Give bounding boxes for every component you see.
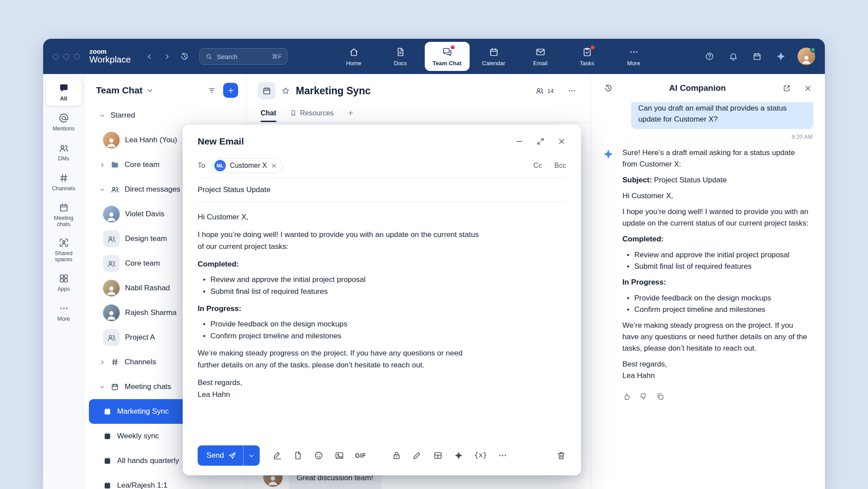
- email-closing: We’re making steady progress on the proj…: [198, 347, 479, 371]
- rail-item-channels[interactable]: Channels: [46, 169, 81, 196]
- nav-team-chat[interactable]: Team Chat: [425, 42, 470, 71]
- close-ai-panel-button[interactable]: [800, 81, 815, 96]
- ai-panel-header: AI Companion: [591, 74, 825, 102]
- insert-image-button[interactable]: [335, 451, 344, 460]
- favorite-button[interactable]: [281, 86, 290, 95]
- bcc-button[interactable]: Bcc: [554, 162, 566, 170]
- forward-button[interactable]: [160, 49, 174, 64]
- close-icon: [804, 84, 812, 93]
- search-placeholder: Search: [217, 53, 238, 60]
- sidebar-section-starred[interactable]: Starred: [89, 103, 242, 128]
- nav-home[interactable]: Home: [331, 42, 376, 71]
- emoji-button[interactable]: [314, 451, 324, 460]
- group-avatar: [103, 255, 120, 272]
- list-item: Confirm project timeline and milestones: [203, 330, 566, 342]
- remove-recipient-icon[interactable]: [271, 163, 277, 169]
- chevron-down-icon[interactable]: [147, 87, 153, 94]
- help-button[interactable]: [702, 49, 717, 64]
- rail-item-all[interactable]: All: [46, 79, 81, 106]
- chat-tabs: Chat Resources: [246, 104, 591, 122]
- copy-button[interactable]: [656, 392, 665, 401]
- template-button[interactable]: [293, 451, 303, 460]
- back-button[interactable]: [142, 49, 156, 64]
- person-icon: [801, 54, 812, 65]
- encrypt-button[interactable]: [392, 451, 401, 460]
- expand-button[interactable]: [536, 137, 545, 146]
- list-item: Review and approve the initial project p…: [203, 274, 566, 285]
- window-close-button[interactable]: [53, 54, 59, 59]
- rail-item-meeting-chats[interactable]: Meeting chats: [46, 199, 81, 231]
- more-icon: [498, 451, 508, 460]
- variables-button[interactable]: {x}: [474, 452, 487, 459]
- person-icon: [105, 136, 118, 148]
- copy-icon: [656, 392, 665, 401]
- people-icon: [107, 234, 116, 244]
- at-icon: [59, 113, 69, 123]
- rail-item-apps[interactable]: Apps: [46, 270, 81, 296]
- rail-item-more[interactable]: More: [46, 300, 81, 326]
- top-navigation-bar: zoom Workplace Search ⌘F Home Docs Team …: [43, 39, 825, 74]
- tim estamp: 9:20 AM: [603, 133, 813, 140]
- nav-tasks[interactable]: Tasks: [565, 42, 610, 71]
- search-shortcut: ⌘F: [272, 53, 282, 60]
- send-button[interactable]: Send: [198, 445, 243, 466]
- ai-history-button[interactable]: [601, 81, 616, 96]
- to-field[interactable]: To ML Customer X Cc Bcc: [198, 154, 566, 178]
- rail-item-shared-spaces[interactable]: Shared spaces: [46, 234, 81, 266]
- nav-email[interactable]: Email: [518, 42, 563, 71]
- notifications-button[interactable]: [726, 49, 740, 64]
- recipient-avatar: ML: [214, 160, 226, 171]
- history-button[interactable]: [177, 49, 191, 64]
- page-title: Marketing Sync: [296, 85, 371, 97]
- rail-item-mentions[interactable]: Mentions: [46, 109, 81, 136]
- minimize-button[interactable]: [515, 137, 524, 146]
- ai-compose-button[interactable]: [454, 451, 463, 460]
- sparkle-icon: [776, 51, 786, 62]
- discard-draft-button[interactable]: [556, 451, 566, 460]
- user-message-bubble: Can you draft an email that provides a s…: [631, 102, 813, 129]
- recipient-name: Customer X: [230, 162, 267, 170]
- people-icon: [59, 143, 69, 153]
- ai-completed-heading: Completed:: [622, 233, 811, 245]
- sidebar-item-lea-rajesh-1-1[interactable]: Lea/Rajesh 1:1: [89, 473, 242, 489]
- email-body-editor[interactable]: Hi Customer X, I hope you’re doing well!…: [198, 202, 566, 439]
- nav-docs[interactable]: Docs: [378, 42, 423, 71]
- chat-more-button[interactable]: [564, 83, 579, 98]
- thumbs-down-button[interactable]: [639, 392, 648, 401]
- rail-item-dms[interactable]: DMs: [46, 139, 81, 166]
- toolbar-more-button[interactable]: [498, 451, 508, 460]
- window-zoom-button[interactable]: [74, 54, 80, 59]
- tab-chat[interactable]: Chat: [261, 104, 276, 122]
- thumbs-up-button[interactable]: [622, 392, 631, 401]
- chevron-right-icon: [163, 53, 171, 60]
- notification-dot: [591, 45, 595, 49]
- tab-resources[interactable]: Resources: [290, 104, 334, 122]
- new-chat-button[interactable]: [223, 83, 238, 98]
- nav-more[interactable]: More: [611, 42, 656, 71]
- search-input[interactable]: Search ⌘F: [199, 48, 287, 65]
- subject-field[interactable]: Project Status Update: [198, 178, 566, 202]
- ai-companion-button[interactable]: [774, 49, 788, 64]
- window-minimize-button[interactable]: [63, 54, 69, 59]
- window-controls[interactable]: [53, 54, 80, 59]
- cc-button[interactable]: Cc: [533, 162, 542, 170]
- online-status-dot: [810, 47, 816, 52]
- filter-button[interactable]: [204, 83, 219, 98]
- signature-button[interactable]: [272, 451, 282, 460]
- nav-calendar[interactable]: Calendar: [471, 42, 516, 71]
- open-in-new-icon: [783, 84, 791, 93]
- pop-out-button[interactable]: [779, 81, 794, 96]
- gif-button[interactable]: GIF: [355, 452, 366, 459]
- draw-button[interactable]: [412, 451, 422, 460]
- user-avatar[interactable]: [798, 48, 815, 65]
- add-tab-button[interactable]: [347, 104, 354, 122]
- members-button[interactable]: 14: [535, 83, 554, 98]
- send-options-button[interactable]: [243, 445, 260, 466]
- recipient-chip[interactable]: ML Customer X: [212, 158, 283, 173]
- schedule-button[interactable]: [750, 49, 764, 64]
- layout-button[interactable]: [433, 451, 443, 460]
- close-modal-button[interactable]: [557, 137, 566, 146]
- ai-panel-title: AI Companion: [622, 83, 773, 93]
- sidebar-title: Team Chat: [96, 85, 143, 96]
- ai-companion-panel: AI Companion Can you draft an email that…: [591, 74, 825, 489]
